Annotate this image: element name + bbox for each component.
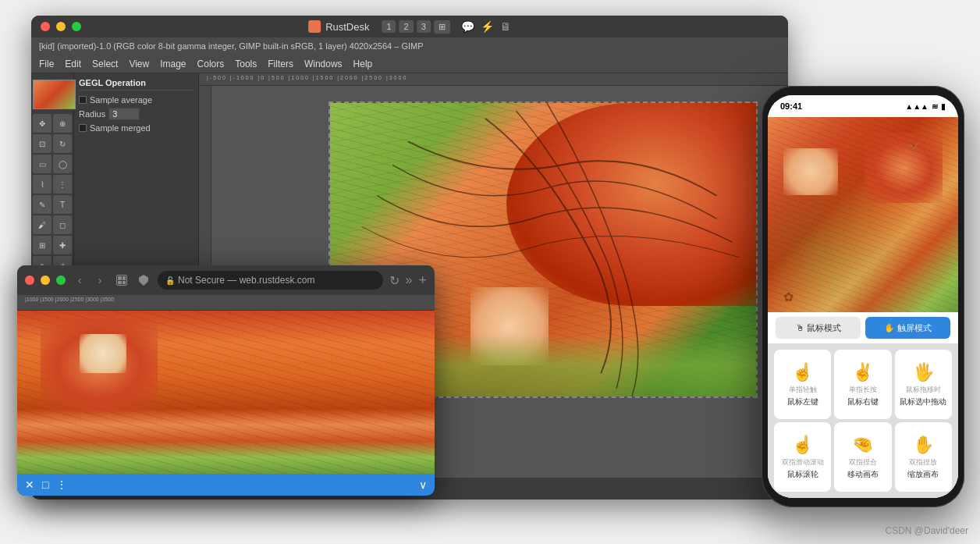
sample-merged-label: Sample merged [90, 123, 151, 133]
monitor-icon[interactable]: 🖥 [500, 20, 511, 33]
menu-tools[interactable]: Tools [235, 59, 257, 69]
tool-paths[interactable]: ✎ [33, 195, 51, 214]
browser-close-button[interactable] [25, 276, 34, 285]
menu-icon-bottom[interactable]: ⋮ [56, 478, 67, 491]
touch-icon: ✋ [884, 323, 895, 333]
action-icon-2: ✌ [852, 362, 873, 382]
phone-time: 09:41 [780, 101, 905, 111]
lightning-icon[interactable]: ⚡ [481, 20, 494, 33]
radius-input[interactable] [108, 108, 140, 120]
screen-icon-bottom[interactable]: □ [42, 478, 48, 491]
phone-screen: 09:41 ▲▲▲ ≋ ▮ ✿ 🦋 [768, 95, 958, 498]
extend-icon[interactable]: » [406, 273, 413, 287]
minimize-button[interactable] [56, 22, 66, 31]
address-bar[interactable]: 🔓 Not Secure — web.rustdesk.com [158, 271, 383, 290]
action-icon-6: ✋ [913, 435, 934, 455]
maximize-button[interactable] [72, 22, 81, 31]
tab-grid-icon[interactable] [114, 272, 130, 288]
shield-icon-browser[interactable] [136, 272, 151, 288]
gimp-titlebar: RustDesk 1 2 3 ⊞ 💬 ⚡ 🖥 [31, 16, 788, 37]
actions-grid: ☝ 单指轻触 鼠标左键 ✌ 单指长按 鼠标右键 🖐 鼠标拖移时 鼠标选中拖动 [768, 343, 958, 498]
action-bottom-6: 缩放画布 [907, 470, 939, 479]
sample-merged-checkbox[interactable] [79, 124, 87, 132]
back-button[interactable]: ‹ [72, 272, 87, 288]
window-title: RustDesk [325, 21, 369, 33]
shield-shape [139, 275, 148, 286]
action-bottom-3: 鼠标选中拖动 [900, 397, 946, 407]
tab-1[interactable]: 1 [382, 20, 396, 33]
menu-image[interactable]: Image [160, 59, 186, 69]
menu-edit[interactable]: Edit [65, 59, 81, 69]
tool-zoom-in[interactable]: ⊕ [53, 114, 72, 133]
phone-status-bar: 09:41 ▲▲▲ ≋ ▮ [768, 95, 958, 117]
tool-select-rect[interactable]: ▭ [33, 155, 51, 173]
grid-cell-2 [123, 276, 126, 280]
add-tab-button[interactable]: + [418, 272, 427, 289]
tool-erase[interactable]: ◻ [53, 215, 72, 234]
title-tabs: 1 2 3 ⊞ [382, 20, 449, 34]
close-button[interactable] [41, 22, 50, 31]
menu-file[interactable]: File [39, 59, 54, 69]
ruler-ticks [199, 73, 788, 86]
menu-filters[interactable]: Filters [268, 59, 293, 69]
title-action-icons: 💬 ⚡ 🖥 [461, 20, 511, 33]
tab-new[interactable]: ⊞ [434, 20, 450, 34]
menu-help[interactable]: Help [353, 59, 373, 69]
tab-3[interactable]: 3 [417, 20, 431, 33]
gimp-subtitle-text: [kid] (imported)-1.0 (RGB color 8-bit ga… [39, 41, 424, 51]
phone-status-icons: ▲▲▲ ≋ ▮ [905, 102, 946, 111]
menu-select[interactable]: Select [92, 59, 118, 69]
not-secure-icon: 🔓 [165, 276, 175, 285]
touch-mode-button[interactable]: ✋ 触屏模式 [865, 317, 950, 339]
tool-row-3: ▭ ◯ [33, 155, 72, 173]
tool-paint[interactable]: 🖌 [33, 215, 51, 234]
tool-heal[interactable]: ✚ [53, 236, 72, 254]
menu-colors[interactable]: Colors [197, 59, 225, 69]
tool-fuzzy[interactable]: ⋮ [53, 175, 72, 194]
grid-cell-1 [118, 276, 122, 280]
chat-icon[interactable]: 💬 [461, 20, 474, 33]
action-cell-3: 🖐 鼠标拖移时 鼠标选中拖动 [895, 350, 952, 419]
menu-windows[interactable]: Windows [304, 59, 343, 69]
action-cell-2: ✌ 单指长按 鼠标右键 [834, 350, 891, 419]
browser-nav-buttons: ‹ › [72, 272, 108, 288]
tool-select-ellipse[interactable]: ◯ [53, 155, 72, 173]
tool-lasso[interactable]: ⌇ [33, 175, 51, 194]
menu-view[interactable]: View [129, 59, 149, 69]
title-center: RustDesk 1 2 3 ⊞ 💬 ⚡ 🖥 [308, 20, 511, 34]
action-top-3: 鼠标拖移时 [906, 386, 941, 394]
mouse-mode-label: 鼠标模式 [807, 322, 841, 334]
tool-text[interactable]: T [53, 195, 72, 214]
phone-control-area: 🖱 鼠标模式 ✋ 触屏模式 ☝ 单指轻触 鼠标左键 [768, 312, 958, 498]
tool-rotate[interactable]: ↻ [53, 134, 72, 153]
phone-decor-2: 🦋 [907, 140, 919, 151]
action-cell-4: ☝ 双指滑动滚动 鼠标滚轮 [774, 422, 831, 492]
sample-avg-label: Sample average [90, 95, 152, 105]
browser-maximize-button[interactable] [56, 276, 66, 285]
action-cell-1: ☝ 单指轻触 鼠标左键 [774, 350, 831, 419]
tab-2[interactable]: 2 [399, 20, 414, 33]
radius-label: Radius [79, 109, 105, 119]
battery-icon: ▮ [941, 102, 946, 111]
tool-pointer[interactable]: ✥ [33, 114, 51, 133]
reload-icon[interactable]: ↻ [389, 273, 399, 288]
sample-avg-checkbox[interactable] [79, 96, 87, 104]
url-text: Not Secure — web.rustdesk.com [178, 275, 314, 286]
rustdesk-icon [308, 20, 321, 33]
tool-clone[interactable]: ⊞ [33, 236, 51, 254]
browser-minimize-button[interactable] [41, 276, 50, 285]
image-thumbnail [33, 80, 76, 109]
ruler-horizontal [199, 73, 788, 86]
mouse-mode-button[interactable]: 🖱 鼠标模式 [776, 317, 861, 339]
tool-crop[interactable]: ⊡ [33, 134, 51, 153]
close-icon-bottom[interactable]: ✕ [25, 478, 34, 491]
forward-button[interactable]: › [92, 272, 108, 288]
browser-painting [17, 311, 435, 474]
browser-titlebar: ‹ › 🔓 Not Secure — web.rustdesk.com ↻ » … [17, 265, 435, 295]
action-top-1: 单指轻触 [789, 386, 817, 394]
chevron-down-icon[interactable]: ∨ [419, 478, 427, 491]
tool-options-title: GEGL Operation [79, 78, 194, 91]
browser-ruler-h: |1000 |1500 |2000 |2500 |3000 |3500 [17, 295, 435, 311]
action-top-4: 双指滑动滚动 [782, 458, 824, 467]
option-sample-merged-row: Sample merged [79, 123, 194, 133]
